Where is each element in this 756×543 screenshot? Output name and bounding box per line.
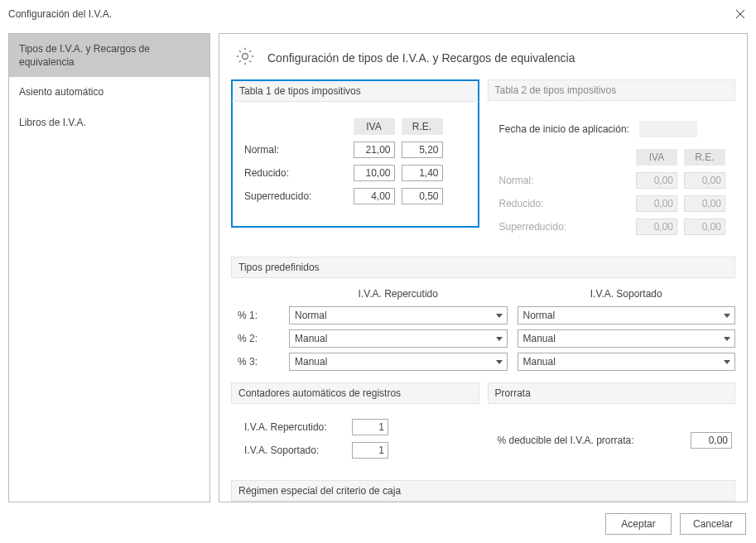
svg-marker-6: [724, 337, 730, 341]
tabla2-fecha-input[interactable]: [639, 121, 697, 137]
main-panel: Configuración de tipos de I.V.A. y Recar…: [219, 33, 748, 502]
gear-icon: [234, 46, 256, 70]
predef-rep1-select[interactable]: Normal: [289, 306, 508, 324]
tabla1-reducido-iva[interactable]: [354, 165, 395, 181]
sidebar-item-label: Tipos de I.V.A. y Recargos de equivalenc…: [19, 43, 150, 68]
chevron-down-icon: [495, 334, 503, 345]
tabla1-super-label: Superreducido:: [244, 190, 354, 202]
prorrata-title: Prorrata: [488, 382, 736, 404]
tabla2-title: Tabla 2 de tipos impositivos: [488, 79, 736, 101]
prorrata-input[interactable]: [691, 432, 732, 449]
cont-sop-label: I.V.A. Soportado:: [244, 444, 352, 456]
cont-rep-label: I.V.A. Repercutido:: [244, 421, 352, 433]
tabla1-panel: IVA R.E. Normal: Reducido:: [231, 102, 479, 228]
chevron-down-icon: [723, 334, 731, 345]
tabla1-title: Tabla 1 de tipos impositivos: [231, 79, 479, 102]
chevron-down-icon: [723, 357, 731, 368]
chevron-down-icon: [723, 310, 731, 322]
tabla2-normal-iva: 0,00: [636, 172, 677, 189]
tabla1-reducido-label: Reducido:: [244, 167, 354, 179]
window-title: Configuración del I.V.A.: [8, 8, 112, 20]
svg-point-2: [243, 54, 248, 60]
tabla1-col-iva: IVA: [354, 118, 395, 135]
tabla1-col-re: R.E.: [402, 118, 443, 135]
predef-sop1-value: Normal: [523, 310, 556, 321]
predef-row3-label: % 3:: [233, 356, 279, 368]
predef-row2-label: % 2:: [233, 333, 279, 344]
sidebar-item-label: Asiento automático: [19, 86, 104, 98]
tabla1-reducido-re[interactable]: [402, 165, 443, 181]
page-title: Configuración de tipos de I.V.A. y Recar…: [267, 51, 575, 65]
tabla2-reducido-iva: 0,00: [636, 195, 677, 212]
predef-rep1-value: Normal: [295, 310, 327, 321]
tabla2-col-re: R.E.: [684, 149, 725, 166]
recc-title: Régimen especial del criterio de caja: [231, 480, 735, 502]
contadores-title: Contadores automáticos de registros: [231, 382, 479, 404]
tabla2-super-label: Superreducido:: [493, 221, 637, 233]
sidebar-item-asiento-automatico[interactable]: Asiento automático: [9, 77, 209, 107]
svg-marker-3: [496, 314, 503, 318]
cont-sop-input[interactable]: [352, 442, 388, 459]
sidebar-item-libros-iva[interactable]: Libros de I.V.A.: [9, 108, 209, 137]
predef-rep3-select[interactable]: Manual: [289, 353, 508, 371]
tabla1-normal-label: Normal:: [244, 144, 354, 156]
svg-marker-8: [724, 360, 730, 364]
svg-marker-7: [496, 360, 503, 364]
predef-sop2-value: Manual: [523, 333, 556, 344]
close-icon[interactable]: [733, 7, 748, 22]
predef-grid: I.V.A. Repercutido I.V.A. Soportado % 1:…: [231, 286, 735, 371]
accept-button[interactable]: Aceptar: [605, 513, 672, 535]
tabla1-normal-iva[interactable]: [354, 142, 395, 158]
predef-sop3-value: Manual: [523, 356, 556, 368]
tabla2-normal-re: 0,00: [684, 172, 725, 189]
predef-col-repercutido: I.V.A. Repercutido: [289, 286, 508, 301]
predef-title: Tipos predefinidos: [231, 257, 735, 278]
tabla1-super-re[interactable]: [402, 188, 443, 204]
tabla1-super-iva[interactable]: [354, 188, 395, 204]
chevron-down-icon: [495, 357, 503, 368]
prorrata-label: % deducible del I.V.A. prorrata:: [498, 435, 683, 446]
tabla2-super-iva: 0,00: [636, 219, 677, 235]
svg-marker-4: [724, 314, 730, 318]
chevron-down-icon: [495, 310, 503, 322]
tabla2-normal-label: Normal:: [493, 175, 637, 186]
sidebar-item-tipos-iva[interactable]: Tipos de I.V.A. y Recargos de equivalenc…: [9, 34, 209, 77]
tabla2-reducido-re: 0,00: [684, 195, 725, 212]
predef-rep3-value: Manual: [295, 356, 327, 368]
predef-col-soportado: I.V.A. Soportado: [518, 286, 736, 301]
predef-sop3-select[interactable]: Manual: [518, 353, 736, 371]
sidebar: Tipos de I.V.A. y Recargos de equivalenc…: [8, 33, 210, 502]
predef-sop2-select[interactable]: Manual: [518, 329, 736, 348]
svg-marker-5: [496, 337, 503, 341]
cancel-button[interactable]: Cancelar: [680, 513, 746, 535]
predef-sop1-select[interactable]: Normal: [518, 306, 736, 324]
predef-rep2-select[interactable]: Manual: [289, 329, 508, 348]
tabla1-normal-re[interactable]: [402, 142, 443, 158]
predef-row1-label: % 1:: [233, 310, 279, 321]
tabla2-fecha-label: Fecha de inicio de aplicación:: [499, 123, 629, 135]
predef-rep2-value: Manual: [295, 333, 327, 344]
tabla2-panel: Fecha de inicio de aplicación: IVA R.E. …: [488, 109, 736, 245]
sidebar-item-label: Libros de I.V.A.: [19, 117, 86, 128]
tabla2-reducido-label: Reducido:: [493, 198, 637, 209]
tabla2-col-iva: IVA: [636, 149, 677, 166]
tabla2-super-re: 0,00: [684, 219, 725, 235]
cont-rep-input[interactable]: [352, 419, 388, 435]
